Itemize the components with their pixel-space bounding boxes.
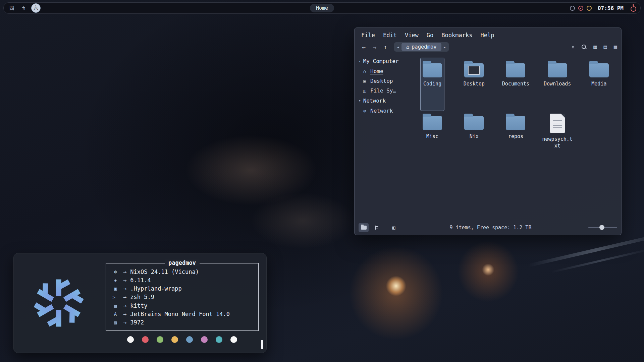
tray-indicator-icon[interactable] bbox=[578, 6, 583, 11]
file-label: Coding bbox=[423, 80, 441, 87]
sidebar-item-network[interactable]: ⊕ Network bbox=[359, 106, 410, 116]
file-label: Desktop bbox=[464, 80, 485, 87]
sidebar-section-network[interactable]: ▾ Network bbox=[359, 96, 410, 106]
wallpaper-highlight bbox=[528, 232, 644, 267]
split-pane-button[interactable]: ◧ bbox=[389, 223, 399, 232]
file-item-newpsych-txt[interactable]: newpsych.txt bbox=[540, 111, 575, 163]
file-label: Nix bbox=[470, 133, 479, 140]
arrow-icon: → bbox=[123, 310, 126, 318]
arrow-icon: → bbox=[123, 285, 126, 293]
sidebar-item-filesystem[interactable]: ◫ File Sy… bbox=[359, 86, 410, 96]
workspace-switcher: 四 五 六 bbox=[7, 3, 41, 13]
palette-dot bbox=[127, 336, 134, 343]
file-label: repos bbox=[508, 133, 523, 140]
arrow-icon: → bbox=[123, 318, 126, 327]
menu-edit[interactable]: Edit bbox=[383, 32, 397, 39]
places-pane-button[interactable] bbox=[359, 223, 369, 232]
sidebar-section-label: My Computer bbox=[363, 58, 399, 64]
list-view-button[interactable]: ▤ bbox=[604, 44, 607, 50]
workspace-6-active[interactable]: 六 bbox=[31, 3, 41, 13]
sidebar-item-label: Home bbox=[370, 68, 383, 74]
palette-dot bbox=[186, 336, 193, 343]
file-item-repos[interactable]: repos bbox=[504, 111, 527, 163]
tray-indicator-icon[interactable] bbox=[587, 6, 592, 11]
chevron-down-icon[interactable]: ▾ bbox=[359, 99, 361, 103]
path-crumb-label: pagedmov bbox=[412, 44, 437, 50]
scrollbar-thumb[interactable] bbox=[261, 340, 263, 349]
folder-icon bbox=[506, 63, 525, 77]
sidebar-item-desktop[interactable]: ▣ Desktop bbox=[359, 76, 410, 86]
location-icon[interactable]: ⌖ bbox=[572, 44, 575, 50]
power-icon[interactable] bbox=[630, 4, 637, 12]
file-item-documents[interactable]: Documents bbox=[500, 58, 531, 111]
file-item-nix[interactable]: Nix bbox=[462, 111, 486, 163]
fetch-value-os: NixOS 24.11 (Vicuna) bbox=[130, 268, 199, 276]
folder-desktop-icon bbox=[464, 63, 484, 77]
palette-dot bbox=[201, 336, 208, 343]
sidebar-item-label: File Sy… bbox=[370, 87, 396, 94]
search-icon[interactable] bbox=[581, 44, 587, 50]
up-button[interactable]: ↑ bbox=[380, 43, 391, 52]
chevron-right-icon[interactable]: ▸ bbox=[441, 45, 448, 50]
fetch-line-wm: ▣ → .Hyprland-wrapp bbox=[111, 285, 253, 293]
package-icon: ▧ bbox=[111, 319, 119, 326]
folder-icon bbox=[423, 63, 442, 77]
tree-view-button[interactable] bbox=[371, 223, 381, 232]
file-item-downloads[interactable]: Downloads bbox=[542, 58, 573, 111]
desktop: 四 五 六 Home 07:56 PM File Edit View Go Bo… bbox=[0, 0, 644, 362]
menu-view[interactable]: View bbox=[405, 32, 419, 39]
palette-dot bbox=[142, 336, 149, 343]
folder-icon bbox=[589, 63, 609, 77]
file-item-desktop[interactable]: Desktop bbox=[462, 58, 487, 111]
sidebar-section-label: Network bbox=[363, 98, 386, 104]
tray-indicator-icon[interactable] bbox=[570, 6, 575, 11]
forward-button[interactable]: → bbox=[369, 43, 380, 52]
fetch-line-shell: >_ → zsh 5.9 bbox=[111, 293, 253, 301]
workspace-4[interactable]: 四 bbox=[7, 3, 16, 13]
menu-go[interactable]: Go bbox=[427, 32, 433, 39]
fetch-value-wm: .Hyprland-wrapp bbox=[130, 285, 182, 293]
clock[interactable]: 07:56 PM bbox=[598, 5, 624, 11]
icon-view-button[interactable]: ▦ bbox=[593, 44, 597, 50]
zoom-slider-track[interactable] bbox=[588, 227, 617, 228]
menu-help[interactable]: Help bbox=[480, 32, 494, 39]
arrow-icon: → bbox=[123, 293, 126, 301]
file-label: Documents bbox=[502, 80, 529, 87]
sidebar-item-home[interactable]: ⌂ Home bbox=[359, 66, 410, 76]
fetch-value-packages: 3972 bbox=[130, 318, 144, 327]
chevron-down-icon[interactable]: ▾ bbox=[359, 59, 361, 63]
palette-dot bbox=[230, 336, 237, 343]
fetch-value-font: JetBrains Mono Nerd Font 14.0 bbox=[130, 310, 230, 318]
tree-icon bbox=[374, 225, 379, 230]
fetch-hostname: pagedmov bbox=[165, 259, 200, 266]
back-button[interactable]: ← bbox=[359, 43, 369, 52]
file-item-coding[interactable]: Coding bbox=[421, 58, 444, 111]
zoom-slider-knob[interactable] bbox=[599, 225, 604, 230]
folder-icon bbox=[506, 116, 525, 130]
file-item-media[interactable]: Media bbox=[587, 58, 611, 111]
menu-bar: File Edit View Go Bookmarks Help bbox=[355, 28, 621, 41]
font-icon: A bbox=[111, 311, 119, 318]
file-item-misc[interactable]: Misc bbox=[421, 111, 444, 163]
path-crumb-home[interactable]: ⌂ pagedmov bbox=[401, 43, 441, 51]
file-label: Downloads bbox=[544, 80, 571, 87]
folder-icon bbox=[548, 63, 567, 77]
zoom-slider[interactable] bbox=[588, 227, 617, 228]
file-grid: Coding Desktop Documents Downloads Media bbox=[410, 54, 621, 221]
fetch-line-font: A → JetBrains Mono Nerd Font 14.0 bbox=[111, 310, 253, 318]
menu-file[interactable]: File bbox=[361, 32, 375, 39]
toolbar: ← → ↑ ◂ ⌂ pagedmov ▸ ⌖ ▦ ▤ ▩ bbox=[355, 41, 621, 54]
sidebar-section-my-computer[interactable]: ▾ My Computer bbox=[359, 56, 410, 66]
fetch-value-terminal: kitty bbox=[130, 302, 147, 310]
chevron-left-icon[interactable]: ◂ bbox=[395, 45, 401, 50]
sidebar-item-label: Network bbox=[370, 108, 393, 114]
folder-icon bbox=[361, 226, 367, 230]
sidebar-item-label: Desktop bbox=[370, 78, 393, 84]
file-label: Misc bbox=[426, 133, 438, 140]
workspace-5[interactable]: 五 bbox=[19, 3, 29, 13]
disk-icon: ◫ bbox=[362, 88, 367, 94]
file-label: newpsych.txt bbox=[542, 136, 573, 149]
menu-bookmarks[interactable]: Bookmarks bbox=[441, 32, 472, 39]
compact-view-button[interactable]: ▩ bbox=[614, 44, 617, 50]
palette-dot bbox=[171, 336, 178, 343]
